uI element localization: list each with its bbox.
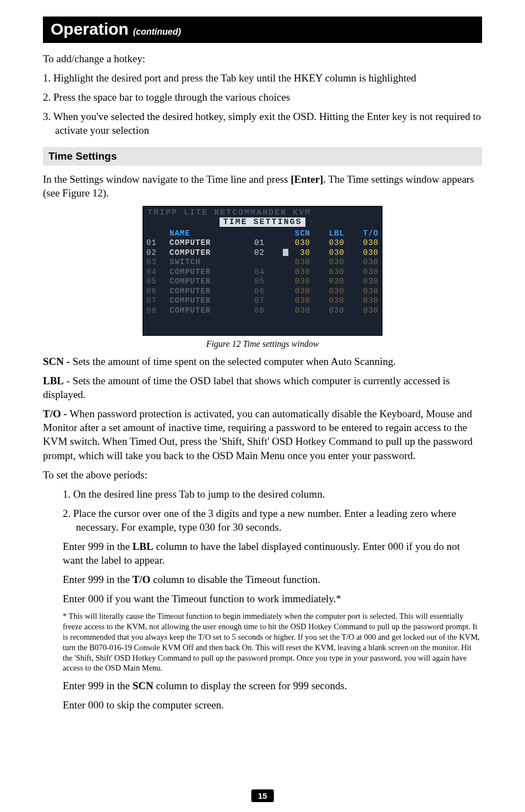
step-1: 1. Highlight the desired port and press … (43, 71, 482, 85)
osd-window: TRIPP LITE NETCOMMANDER KVM TIME SETTING… (143, 206, 382, 336)
section-continued: (continued) (133, 27, 181, 36)
scn-000: Enter 000 to skip the computer screen. (63, 698, 482, 712)
osd-row: 07COMPUTER07030030030 (143, 296, 382, 306)
osd-row: 08COMPUTER08030030030 (143, 306, 382, 316)
col-lbl: LBL (314, 229, 348, 239)
step-3: 3. When you've selected the desired hotk… (43, 110, 482, 137)
figure-caption: Figure 12 Time settings window (43, 339, 482, 349)
osd-row: 05COMPUTER05030030030 (143, 277, 382, 287)
to-label: T/O - (43, 408, 70, 419)
col-to: T/O (348, 229, 382, 239)
scn-def: Sets the amount of time spent on the sel… (73, 356, 396, 367)
scn-999: Enter 999 in the SCN column to display t… (63, 679, 482, 693)
osd-row: 06COMPUTER06030030030 (143, 287, 382, 297)
osd-row: 03SWITCH030030030 (143, 258, 382, 268)
osd-table: NAME SCN LBL T/O 01COMPUTER0103003003002… (143, 229, 382, 316)
lbl-def: - Sets the amount of time the OSD label … (43, 375, 450, 400)
osd-row: 01COMPUTER01030030030 (143, 238, 382, 248)
body: To add/change a hotkey: 1. Highlight the… (43, 52, 482, 137)
col-name: NAME (166, 229, 251, 239)
settings-text-a: In the Settings window navigate to the T… (43, 173, 291, 185)
enter-key: [Enter] (291, 173, 323, 185)
period-step-2: 2. Place the cursor over one of the 3 di… (63, 506, 482, 534)
scn-label: SCN - (43, 356, 73, 367)
page-number: 15 (251, 789, 274, 802)
osd-row: 04COMPUTER04030030030 (143, 268, 382, 277)
timeout-footnote: * This will literally cause the Timeout … (63, 611, 482, 673)
time-settings-heading: Time Settings (43, 147, 482, 166)
lbl-999: Enter 999 in the LBL column to have the … (63, 539, 482, 567)
page: Operation (continued) To add/change a ho… (0, 0, 525, 812)
section-title: Operation (51, 20, 129, 38)
col-scn: SCN (280, 229, 314, 239)
section-header: Operation (continued) (43, 17, 482, 43)
settings-intro: In the Settings window navigate to the T… (43, 172, 482, 200)
intro-text: To add/change a hotkey: (43, 52, 482, 66)
periods-intro: To set the above periods: (43, 468, 482, 482)
to-000: Enter 000 if you want the Timeout functi… (63, 592, 482, 606)
figure-12: TRIPP LITE NETCOMMANDER KVM TIME SETTING… (43, 206, 482, 336)
period-step-1: 1. On the desired line press Tab to jump… (63, 487, 482, 501)
definitions: SCN - Sets the amount of time spent on t… (43, 355, 482, 482)
periods-list: 1. On the desired line press Tab to jump… (63, 487, 482, 712)
lbl-label: LBL (43, 375, 64, 386)
to-def: When password protection is activated, y… (43, 408, 473, 461)
osd-brand: TRIPP LITE NETCOMMANDER KVM (143, 206, 382, 217)
osd-titlebar: TIME SETTINGS (143, 217, 382, 229)
osd-header-row: NAME SCN LBL T/O (143, 229, 382, 239)
step-2: 2. Press the space bar to toggle through… (43, 90, 482, 104)
osd-title: TIME SETTINGS (220, 217, 305, 227)
osd-row: 02COMPUTER02 30030030 (143, 248, 382, 258)
to-999: Enter 999 in the T/O column to disable t… (63, 573, 482, 586)
